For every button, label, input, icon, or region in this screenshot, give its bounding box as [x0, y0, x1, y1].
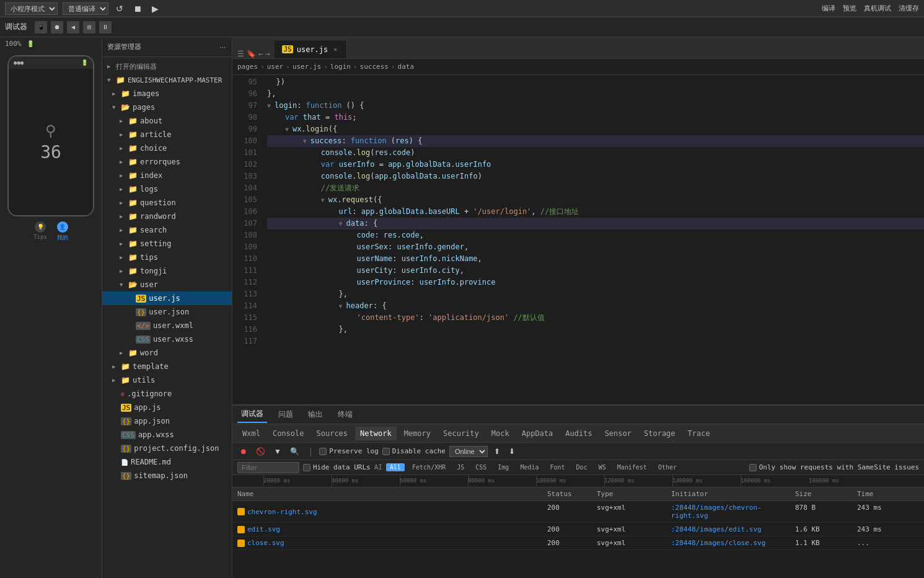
folder-about[interactable]: ▶ 📁 about — [102, 114, 232, 128]
net-tab-network[interactable]: Network — [355, 427, 397, 440]
filter-other[interactable]: Other — [654, 463, 680, 471]
filter-toggle-btn[interactable]: ▼ — [271, 446, 284, 457]
folder-errorques[interactable]: ▶ 📁 errorques — [102, 155, 232, 169]
file-readme[interactable]: 📄 README.md — [102, 455, 232, 469]
file-gitignore[interactable]: ⚙ .gitignore — [102, 387, 232, 401]
breadcrumb-user[interactable]: user — [267, 63, 284, 71]
split-icon[interactable]: ⊞ — [83, 21, 95, 33]
folder-search[interactable]: ▶ 📁 search — [102, 223, 232, 237]
debug-tab-issues[interactable]: 问题 — [275, 407, 297, 422]
debug-tab-terminal[interactable]: 终端 — [334, 407, 356, 422]
code-content[interactable]: 95 96 97 98 99 100 101 102 103 104 105 1… — [232, 75, 924, 404]
phone-icon[interactable]: 📱 — [35, 21, 47, 33]
folder-choice[interactable]: ▶ 📁 choice — [102, 141, 232, 155]
mode-select[interactable]: 小程序模式 — [5, 2, 58, 15]
folder-tips[interactable]: ▶ 📁 tips — [102, 251, 232, 264]
folder-pages[interactable]: ▼ 📂 pages — [102, 100, 232, 114]
folder-randword[interactable]: ▶ 📁 randword — [102, 210, 232, 223]
net-tab-audits[interactable]: Audits — [560, 427, 597, 440]
file-user-wxss[interactable]: CSS user.wxss — [102, 332, 232, 346]
net-tab-console[interactable]: Console — [268, 427, 309, 440]
disable-cache-checkbox[interactable] — [382, 448, 390, 455]
folder-index[interactable]: ▶ 📁 index — [102, 169, 232, 182]
file-user-js[interactable]: JS user.js — [102, 291, 232, 305]
folder-images[interactable]: ▶ 📁 images — [102, 87, 232, 100]
upload-btn[interactable]: ⬆ — [491, 446, 503, 457]
tab-close-btn[interactable]: ✕ — [332, 45, 339, 53]
file-user-json[interactable]: {} user.json — [102, 305, 232, 319]
table-row[interactable]: close.svg 200 svg+xml :28448/images/clos… — [232, 536, 924, 550]
breadcrumb-success[interactable]: success — [360, 63, 389, 71]
file-app-js[interactable]: JS app.js — [102, 401, 232, 414]
pause-icon[interactable]: ⏸ — [99, 21, 112, 33]
menu-icon[interactable]: ☰ — [237, 50, 244, 58]
compile-btn[interactable]: ▶ — [149, 2, 161, 15]
back-icon[interactable]: ← — [258, 50, 263, 58]
bookmark-icon[interactable]: 🔖 — [247, 50, 256, 58]
compile-select-wrapper[interactable]: 普通编译 — [63, 2, 108, 15]
download-btn[interactable]: ⬇ — [506, 446, 517, 457]
net-tab-sensor[interactable]: Sensor — [600, 427, 636, 440]
online-select[interactable]: Online — [449, 446, 488, 457]
net-tab-mock[interactable]: Mock — [486, 427, 514, 440]
folder-utils[interactable]: ▶ 📁 utils — [102, 373, 232, 387]
hide-data-urls-label[interactable]: Hide data URLs — [303, 463, 371, 471]
open-editors-section[interactable]: ▶ 打开的编辑器 — [102, 60, 232, 73]
record-icon[interactable]: ⏺ — [51, 21, 63, 33]
preserve-log-label[interactable]: Preserve log — [319, 447, 378, 455]
samesite-label[interactable]: Only show requests with SameSite issues — [749, 463, 919, 471]
net-tab-sources[interactable]: Sources — [311, 427, 353, 440]
file-user-wxml[interactable]: </> user.wxml — [102, 319, 232, 332]
action-clear-cache[interactable]: 清缓存 — [899, 4, 919, 13]
folder-logs[interactable]: ▶ 📁 logs — [102, 182, 232, 196]
folder-question[interactable]: ▶ 📁 question — [102, 196, 232, 210]
sim-nav-tips[interactable]: 💡 Tips — [33, 221, 47, 242]
clear-btn[interactable]: 🚫 — [253, 446, 268, 457]
filter-font[interactable]: Font — [547, 463, 569, 471]
net-tab-trace[interactable]: Trace — [683, 427, 715, 440]
breadcrumb-pages[interactable]: pages — [237, 63, 258, 71]
filter-doc[interactable]: Doc — [573, 463, 591, 471]
refresh-btn[interactable]: ↺ — [113, 2, 126, 15]
file-project-json[interactable]: {} project.config.json — [102, 442, 232, 455]
net-tab-wxml[interactable]: Wxml — [237, 427, 265, 440]
folder-article[interactable]: ▶ 📁 article — [102, 128, 232, 141]
action-preview[interactable]: 预览 — [843, 4, 856, 13]
breadcrumb-login[interactable]: login — [330, 63, 351, 71]
explorer-more-btn[interactable]: ··· — [218, 42, 227, 53]
folder-tongji[interactable]: ▶ 📁 tongji — [102, 264, 232, 278]
filter-css[interactable]: CSS — [472, 463, 490, 471]
sim-nav-mine[interactable]: 👤 我的 — [57, 221, 68, 242]
breadcrumb-user-js[interactable]: user.js — [293, 63, 321, 71]
tab-user-js[interactable]: JS user.js ✕ — [275, 40, 347, 58]
filter-media[interactable]: Media — [516, 463, 542, 471]
filter-js[interactable]: JS — [453, 463, 468, 471]
debug-tab-output[interactable]: 输出 — [304, 407, 327, 422]
file-sitemap[interactable]: {} sitemap.json — [102, 469, 232, 482]
stop-btn[interactable]: ⏹ — [131, 2, 144, 15]
preserve-log-checkbox[interactable] — [319, 448, 327, 455]
folder-setting[interactable]: ▶ 📁 setting — [102, 237, 232, 251]
samesite-checkbox[interactable] — [749, 464, 757, 471]
table-row[interactable]: edit.svg 200 svg+xml :28448/images/edit.… — [232, 523, 924, 536]
net-tab-appdata[interactable]: AppData — [517, 427, 558, 440]
action-compile[interactable]: 编译 — [822, 4, 835, 13]
net-tab-security[interactable]: Security — [438, 427, 484, 440]
filter-manifest[interactable]: Manifest — [614, 463, 651, 471]
filter-all[interactable]: All — [386, 463, 405, 471]
forward-icon[interactable]: → — [265, 50, 270, 58]
net-tab-storage[interactable]: Storage — [639, 427, 680, 440]
disable-cache-label[interactable]: Disable cache — [382, 447, 446, 455]
root-folder[interactable]: ▼ 📁 ENGLISHWECHATAPP-MASTER — [102, 73, 232, 87]
folder-word[interactable]: ▶ 📁 word — [102, 346, 232, 360]
hide-data-urls-checkbox[interactable] — [303, 464, 310, 471]
record-btn[interactable]: ⏺ — [237, 446, 250, 457]
table-row[interactable]: chevron-right.svg 200 svg+xml :28448/ima… — [232, 501, 924, 523]
file-app-wxss[interactable]: CSS app.wxss — [102, 428, 232, 442]
breadcrumb-data[interactable]: data — [398, 63, 415, 71]
search-net-btn[interactable]: 🔍 — [288, 446, 302, 457]
debug-tab-debugger[interactable]: 调试器 — [237, 406, 267, 423]
filter-ws[interactable]: WS — [595, 463, 610, 471]
step-icon[interactable]: ◀ — [67, 21, 79, 33]
filter-input[interactable] — [237, 462, 299, 473]
